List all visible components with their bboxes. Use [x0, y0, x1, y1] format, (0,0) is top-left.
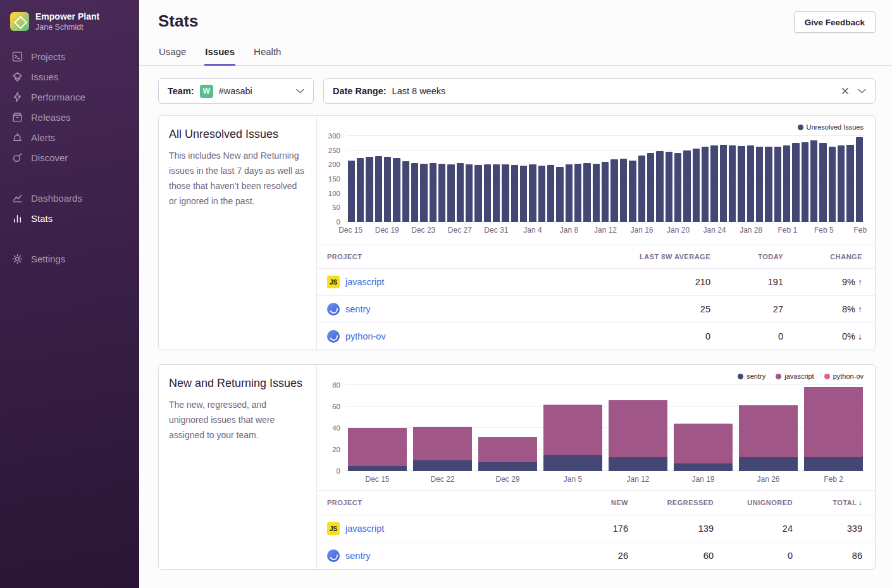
chart-bar[interactable] [856, 137, 863, 222]
stacked-bar[interactable] [804, 385, 863, 471]
chart-bar[interactable] [393, 158, 400, 222]
chart-bar[interactable] [610, 159, 617, 222]
project-link[interactable]: python-ov [345, 331, 386, 341]
chart-bar[interactable] [792, 143, 799, 222]
chart-bar[interactable] [384, 157, 391, 222]
chart-bar[interactable] [566, 164, 573, 222]
chart-bar[interactable] [774, 147, 781, 222]
chart-bar[interactable] [348, 161, 355, 222]
chart-bar[interactable] [466, 164, 473, 222]
sidebar: Empower Plant Jane Schmidt Projects Issu… [0, 0, 139, 588]
chart-bar[interactable] [656, 151, 663, 222]
chart-bar[interactable] [402, 161, 409, 222]
chart-bar[interactable] [520, 166, 527, 222]
chart-bar[interactable] [765, 147, 772, 222]
chart-bar[interactable] [647, 153, 654, 222]
sidebar-item-discover[interactable]: Discover [0, 148, 139, 168]
legend-item[interactable]: python-ov [824, 372, 864, 380]
stacked-bar[interactable] [609, 385, 667, 471]
legend-item[interactable]: sentry [738, 372, 765, 380]
chart-bar[interactable] [693, 149, 700, 223]
sidebar-item-projects[interactable]: Projects [0, 47, 139, 67]
new-returning-plot[interactable] [346, 385, 865, 471]
chart-bar[interactable] [638, 156, 645, 222]
project-link[interactable]: sentry [345, 551, 371, 561]
chart-bar[interactable] [683, 150, 690, 222]
chart-bar[interactable] [702, 147, 709, 222]
chart-bar[interactable] [756, 147, 763, 222]
sidebar-item-settings[interactable]: Settings [0, 249, 139, 269]
chart-bar[interactable] [375, 156, 382, 222]
chart-bar[interactable] [629, 161, 636, 222]
chart-bar[interactable] [802, 142, 808, 222]
chart-bar[interactable] [538, 166, 545, 222]
chart-bar[interactable] [620, 159, 627, 222]
chart-bar[interactable] [583, 163, 590, 222]
tab-health[interactable]: Health [253, 40, 282, 66]
chart-bar[interactable] [556, 167, 563, 222]
chart-bar[interactable] [511, 165, 518, 222]
unignored-value: 0 [726, 542, 805, 570]
stacked-bar[interactable] [543, 385, 602, 471]
col-total[interactable]: TOTAL↓ [805, 491, 875, 515]
chart-bar[interactable] [547, 165, 554, 222]
clear-date-icon[interactable]: ✕ [838, 86, 852, 97]
chart-bar[interactable] [484, 164, 491, 222]
chart-bar[interactable] [411, 163, 418, 222]
sidebar-item-alerts[interactable]: Alerts [0, 128, 139, 148]
chart-bar[interactable] [430, 163, 437, 222]
chart-bar[interactable] [438, 164, 445, 222]
chart-bar[interactable] [810, 140, 817, 222]
team-select[interactable]: Team: W #wasabi [158, 78, 314, 104]
project-link[interactable]: sentry [345, 304, 371, 314]
chart-bar[interactable] [720, 145, 727, 222]
chart-bar[interactable] [493, 164, 500, 222]
unresolved-plot[interactable] [346, 136, 865, 222]
stacked-bar[interactable] [739, 385, 798, 471]
legend-label: sentry [746, 372, 765, 380]
chart-bar[interactable] [457, 163, 464, 222]
chart-bar[interactable] [783, 145, 790, 222]
chart-bar[interactable] [838, 145, 845, 222]
chart-bar[interactable] [738, 146, 745, 222]
chart-bar[interactable] [593, 164, 600, 222]
chart-bar[interactable] [447, 164, 454, 222]
chart-bar[interactable] [574, 164, 581, 222]
chevron-down-icon[interactable] [296, 89, 304, 94]
chart-bar[interactable] [674, 153, 681, 222]
tab-issues[interactable]: Issues [204, 40, 235, 66]
legend-item[interactable]: Unresolved Issues [798, 123, 864, 131]
stacked-bar[interactable] [674, 385, 733, 471]
stacked-bar[interactable] [413, 385, 472, 471]
chart-bar[interactable] [602, 162, 609, 222]
chart-bar[interactable] [846, 145, 853, 222]
chart-bar[interactable] [366, 157, 373, 222]
sidebar-item-performance[interactable]: Performance [0, 87, 139, 107]
legend-item[interactable]: javascript [776, 372, 814, 380]
sidebar-item-dashboards[interactable]: Dashboards [0, 188, 139, 209]
date-range-select[interactable]: Date Range: Last 8 weeks ✕ [323, 78, 876, 104]
sidebar-item-releases[interactable]: Releases [0, 107, 139, 128]
stacked-bar[interactable] [478, 385, 537, 471]
project-link[interactable]: javascript [345, 277, 384, 287]
chart-bar[interactable] [710, 145, 717, 222]
chevron-down-icon[interactable] [858, 89, 866, 94]
chart-bar[interactable] [357, 158, 364, 222]
chart-bar[interactable] [819, 143, 826, 222]
stacked-bar[interactable] [348, 385, 407, 471]
chart-bar[interactable] [747, 145, 754, 222]
table-row: sentry 26 60 0 86 [317, 542, 875, 570]
project-link[interactable]: javascript [345, 524, 384, 534]
tab-usage[interactable]: Usage [158, 40, 187, 66]
chart-bar[interactable] [420, 164, 427, 222]
chart-bar[interactable] [502, 164, 509, 222]
sidebar-item-issues[interactable]: Issues [0, 67, 139, 87]
org-switcher[interactable]: Empower Plant Jane Schmidt [0, 0, 139, 44]
chart-bar[interactable] [666, 152, 672, 222]
chart-bar[interactable] [474, 165, 481, 222]
give-feedback-button[interactable]: Give Feedback [794, 11, 876, 33]
chart-bar[interactable] [529, 164, 536, 222]
chart-bar[interactable] [829, 147, 836, 222]
chart-bar[interactable] [729, 145, 736, 222]
sidebar-item-stats[interactable]: Stats [0, 209, 139, 229]
